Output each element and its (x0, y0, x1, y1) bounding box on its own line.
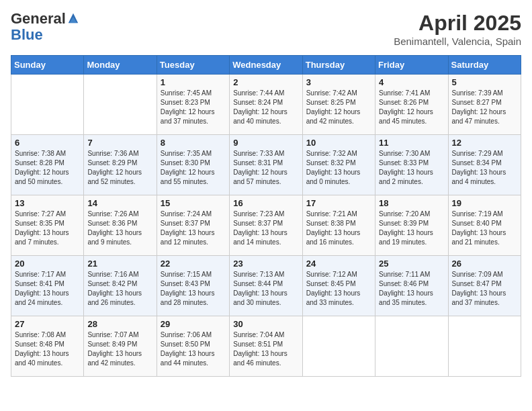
logo-blue-text: Blue (11, 27, 79, 43)
day-info: Sunrise: 7:33 AM Sunset: 8:31 PM Dayligh… (233, 149, 298, 187)
calendar-cell: 28Sunrise: 7:07 AM Sunset: 8:49 PM Dayli… (84, 316, 157, 377)
calendar-cell: 16Sunrise: 7:23 AM Sunset: 8:37 PM Dayli… (230, 195, 302, 256)
day-header-monday: Monday (84, 56, 157, 75)
day-number: 22 (161, 259, 226, 269)
calendar-cell (302, 316, 375, 377)
day-info: Sunrise: 7:06 AM Sunset: 8:50 PM Dayligh… (161, 330, 226, 368)
day-number: 2 (233, 77, 298, 87)
calendar-cell: 8Sunrise: 7:35 AM Sunset: 8:30 PM Daylig… (157, 135, 229, 195)
day-number: 23 (233, 259, 298, 269)
day-info: Sunrise: 7:29 AM Sunset: 8:34 PM Dayligh… (452, 149, 517, 187)
calendar-cell: 12Sunrise: 7:29 AM Sunset: 8:34 PM Dayli… (448, 135, 521, 195)
day-number: 13 (15, 198, 80, 208)
day-number: 4 (379, 77, 444, 87)
day-info: Sunrise: 7:30 AM Sunset: 8:33 PM Dayligh… (379, 149, 444, 187)
logo: General Blue (11, 11, 79, 43)
day-info: Sunrise: 7:45 AM Sunset: 8:23 PM Dayligh… (161, 89, 226, 126)
day-info: Sunrise: 7:42 AM Sunset: 8:25 PM Dayligh… (306, 89, 371, 126)
title-area: April 2025 Benimantell, Valencia, Spain (394, 11, 521, 47)
header: General Blue April 2025 Benimantell, Val… (11, 11, 521, 47)
day-info: Sunrise: 7:12 AM Sunset: 8:45 PM Dayligh… (306, 270, 371, 308)
calendar-header-row: SundayMondayTuesdayWednesdayThursdayFrid… (11, 56, 521, 75)
day-number: 8 (161, 138, 226, 148)
calendar-cell: 27Sunrise: 7:08 AM Sunset: 8:48 PM Dayli… (11, 316, 84, 377)
day-info: Sunrise: 7:15 AM Sunset: 8:43 PM Dayligh… (161, 270, 226, 308)
calendar-cell: 5Sunrise: 7:39 AM Sunset: 8:27 PM Daylig… (448, 75, 521, 135)
calendar-cell: 17Sunrise: 7:21 AM Sunset: 8:38 PM Dayli… (302, 195, 375, 256)
day-number: 3 (306, 77, 371, 87)
calendar-table: SundayMondayTuesdayWednesdayThursdayFrid… (11, 55, 521, 377)
day-number: 30 (233, 319, 298, 329)
calendar-cell: 18Sunrise: 7:20 AM Sunset: 8:39 PM Dayli… (375, 195, 448, 256)
day-header-sunday: Sunday (11, 56, 84, 75)
day-number: 14 (87, 198, 152, 208)
calendar-cell: 19Sunrise: 7:19 AM Sunset: 8:40 PM Dayli… (448, 195, 521, 256)
day-info: Sunrise: 7:26 AM Sunset: 8:36 PM Dayligh… (87, 210, 152, 247)
day-number: 19 (452, 198, 517, 208)
day-number: 29 (161, 319, 226, 329)
calendar-cell: 10Sunrise: 7:32 AM Sunset: 8:32 PM Dayli… (302, 135, 375, 195)
calendar-cell: 3Sunrise: 7:42 AM Sunset: 8:25 PM Daylig… (302, 75, 375, 135)
calendar-cell: 11Sunrise: 7:30 AM Sunset: 8:33 PM Dayli… (375, 135, 448, 195)
calendar-week-row: 13Sunrise: 7:27 AM Sunset: 8:35 PM Dayli… (11, 195, 521, 256)
calendar-cell: 9Sunrise: 7:33 AM Sunset: 8:31 PM Daylig… (230, 135, 302, 195)
day-info: Sunrise: 7:11 AM Sunset: 8:46 PM Dayligh… (379, 270, 444, 308)
calendar-cell (448, 316, 521, 377)
day-info: Sunrise: 7:13 AM Sunset: 8:44 PM Dayligh… (233, 270, 298, 308)
day-info: Sunrise: 7:36 AM Sunset: 8:29 PM Dayligh… (87, 149, 152, 187)
day-number: 6 (15, 138, 80, 148)
calendar-cell: 26Sunrise: 7:09 AM Sunset: 8:47 PM Dayli… (448, 256, 521, 316)
day-number: 5 (452, 77, 517, 87)
calendar-cell: 20Sunrise: 7:17 AM Sunset: 8:41 PM Dayli… (11, 256, 84, 316)
logo-icon (67, 12, 79, 24)
day-info: Sunrise: 7:16 AM Sunset: 8:42 PM Dayligh… (87, 270, 152, 308)
day-info: Sunrise: 7:41 AM Sunset: 8:26 PM Dayligh… (379, 89, 444, 126)
day-number: 26 (452, 259, 517, 269)
day-info: Sunrise: 7:32 AM Sunset: 8:32 PM Dayligh… (306, 149, 371, 187)
calendar-cell: 7Sunrise: 7:36 AM Sunset: 8:29 PM Daylig… (84, 135, 157, 195)
calendar-cell: 4Sunrise: 7:41 AM Sunset: 8:26 PM Daylig… (375, 75, 448, 135)
calendar-cell: 22Sunrise: 7:15 AM Sunset: 8:43 PM Dayli… (157, 256, 229, 316)
day-number: 16 (233, 198, 298, 208)
calendar-cell (375, 316, 448, 377)
day-header-saturday: Saturday (448, 56, 521, 75)
day-number: 25 (379, 259, 444, 269)
calendar-title: April 2025 (394, 11, 521, 36)
day-info: Sunrise: 7:08 AM Sunset: 8:48 PM Dayligh… (15, 330, 80, 368)
day-header-friday: Friday (375, 56, 448, 75)
calendar-cell (11, 75, 84, 135)
calendar-cell: 21Sunrise: 7:16 AM Sunset: 8:42 PM Dayli… (84, 256, 157, 316)
calendar-cell: 2Sunrise: 7:44 AM Sunset: 8:24 PM Daylig… (230, 75, 302, 135)
calendar-body: 1Sunrise: 7:45 AM Sunset: 8:23 PM Daylig… (11, 75, 521, 377)
day-info: Sunrise: 7:44 AM Sunset: 8:24 PM Dayligh… (233, 89, 298, 126)
day-info: Sunrise: 7:19 AM Sunset: 8:40 PM Dayligh… (452, 210, 517, 247)
calendar-cell: 23Sunrise: 7:13 AM Sunset: 8:44 PM Dayli… (230, 256, 302, 316)
day-number: 1 (161, 77, 226, 87)
day-info: Sunrise: 7:27 AM Sunset: 8:35 PM Dayligh… (15, 210, 80, 247)
calendar-cell: 24Sunrise: 7:12 AM Sunset: 8:45 PM Dayli… (302, 256, 375, 316)
calendar-cell: 14Sunrise: 7:26 AM Sunset: 8:36 PM Dayli… (84, 195, 157, 256)
day-info: Sunrise: 7:39 AM Sunset: 8:27 PM Dayligh… (452, 89, 517, 126)
day-header-tuesday: Tuesday (157, 56, 229, 75)
logo-general-text: General (11, 11, 66, 27)
day-number: 11 (379, 138, 444, 148)
day-info: Sunrise: 7:38 AM Sunset: 8:28 PM Dayligh… (15, 149, 80, 187)
day-header-wednesday: Wednesday (230, 56, 302, 75)
day-info: Sunrise: 7:17 AM Sunset: 8:41 PM Dayligh… (15, 270, 80, 308)
day-info: Sunrise: 7:20 AM Sunset: 8:39 PM Dayligh… (379, 210, 444, 247)
day-number: 24 (306, 259, 371, 269)
day-info: Sunrise: 7:04 AM Sunset: 8:51 PM Dayligh… (233, 330, 298, 368)
calendar-cell (84, 75, 157, 135)
calendar-cell: 6Sunrise: 7:38 AM Sunset: 8:28 PM Daylig… (11, 135, 84, 195)
day-info: Sunrise: 7:09 AM Sunset: 8:47 PM Dayligh… (452, 270, 517, 308)
day-number: 17 (306, 198, 371, 208)
calendar-week-row: 20Sunrise: 7:17 AM Sunset: 8:41 PM Dayli… (11, 256, 521, 316)
day-number: 15 (161, 198, 226, 208)
day-number: 21 (87, 259, 152, 269)
calendar-week-row: 1Sunrise: 7:45 AM Sunset: 8:23 PM Daylig… (11, 75, 521, 135)
calendar-cell: 25Sunrise: 7:11 AM Sunset: 8:46 PM Dayli… (375, 256, 448, 316)
calendar-week-row: 27Sunrise: 7:08 AM Sunset: 8:48 PM Dayli… (11, 316, 521, 377)
day-number: 28 (87, 319, 152, 329)
day-number: 18 (379, 198, 444, 208)
day-header-thursday: Thursday (302, 56, 375, 75)
